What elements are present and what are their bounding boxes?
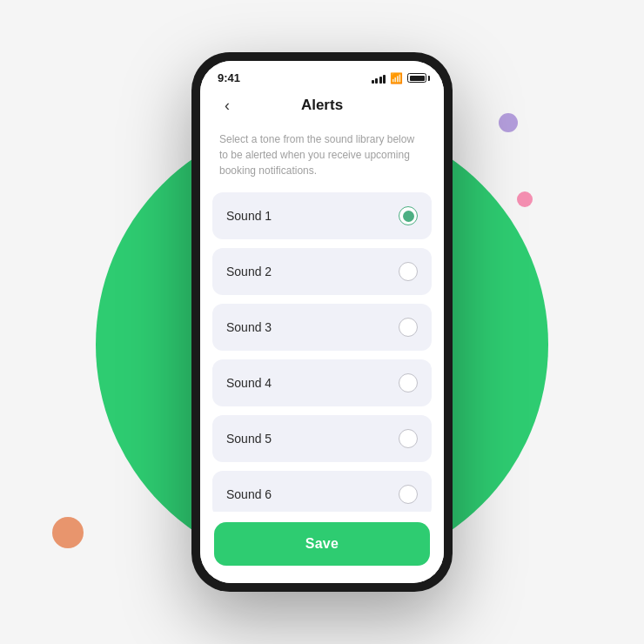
sound-label-4: Sound 4 bbox=[226, 376, 272, 390]
sound-item-1[interactable]: Sound 1 bbox=[212, 192, 432, 239]
save-area: Save bbox=[200, 512, 444, 583]
radio-button-4[interactable] bbox=[399, 373, 418, 392]
radio-fill-1 bbox=[403, 211, 414, 222]
decorative-dot-orange bbox=[52, 517, 84, 548]
chevron-left-icon: ‹ bbox=[225, 97, 230, 115]
save-button[interactable]: Save bbox=[214, 522, 430, 566]
radio-button-5[interactable] bbox=[399, 429, 418, 448]
sound-list: Sound 1Sound 2Sound 3Sound 4Sound 5Sound… bbox=[200, 192, 444, 512]
sound-label-3: Sound 3 bbox=[226, 320, 272, 334]
phone-frame: 9:41 📶 ‹ Alerts Sele bbox=[191, 52, 453, 592]
sound-label-2: Sound 2 bbox=[226, 265, 272, 278]
wifi-icon: 📶 bbox=[390, 72, 403, 84]
sound-item-4[interactable]: Sound 4 bbox=[212, 359, 432, 406]
description-text: Select a tone from the sound library bel… bbox=[219, 131, 425, 178]
back-button[interactable]: ‹ bbox=[214, 92, 240, 118]
radio-button-6[interactable] bbox=[399, 485, 418, 504]
sound-item-5[interactable]: Sound 5 bbox=[212, 415, 432, 462]
header: ‹ Alerts bbox=[200, 90, 444, 124]
status-time: 9:41 bbox=[218, 71, 240, 84]
decorative-dot-purple bbox=[499, 113, 518, 132]
radio-button-3[interactable] bbox=[399, 318, 418, 337]
radio-button-2[interactable] bbox=[399, 262, 418, 281]
page-title: Alerts bbox=[301, 97, 343, 114]
status-icons: 📶 bbox=[372, 72, 427, 84]
phone-screen: 9:41 📶 ‹ Alerts Sele bbox=[200, 61, 444, 583]
status-bar: 9:41 📶 bbox=[200, 61, 444, 90]
radio-button-1[interactable] bbox=[399, 206, 418, 225]
sound-item-3[interactable]: Sound 3 bbox=[212, 304, 432, 351]
signal-icon bbox=[372, 73, 386, 84]
sound-label-1: Sound 1 bbox=[226, 209, 272, 223]
battery-icon bbox=[407, 73, 426, 83]
description-section: Select a tone from the sound library bel… bbox=[200, 124, 444, 192]
sound-label-6: Sound 6 bbox=[226, 487, 272, 501]
decorative-dot-pink bbox=[517, 191, 533, 207]
sound-item-2[interactable]: Sound 2 bbox=[212, 248, 432, 295]
sound-label-5: Sound 5 bbox=[226, 432, 272, 446]
sound-item-6[interactable]: Sound 6 bbox=[212, 471, 432, 512]
